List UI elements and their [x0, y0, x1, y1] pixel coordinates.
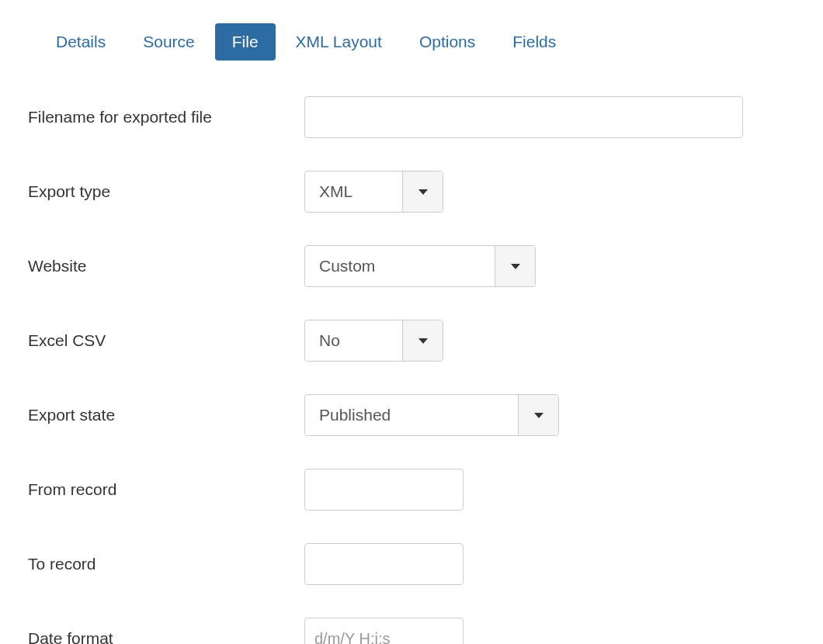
export-type-value: XML: [305, 171, 402, 212]
from-record-input[interactable]: [304, 469, 464, 511]
export-state-value: Published: [305, 395, 518, 435]
caret-down-icon: [418, 338, 428, 344]
filename-input[interactable]: [304, 96, 743, 138]
tab-bar: Details Source File XML Layout Options F…: [39, 23, 795, 61]
export-state-select[interactable]: Published: [304, 394, 559, 436]
website-select[interactable]: Custom: [304, 245, 536, 287]
caret-down-icon: [418, 189, 428, 195]
tab-options[interactable]: Options: [402, 23, 492, 61]
excel-csv-select[interactable]: No: [304, 320, 443, 362]
website-label: Website: [28, 255, 304, 276]
from-record-label: From record: [28, 479, 304, 500]
export-state-dropdown-button[interactable]: [518, 395, 558, 435]
excel-csv-value: No: [305, 320, 402, 361]
website-dropdown-button[interactable]: [495, 246, 535, 286]
tab-fields[interactable]: Fields: [495, 23, 573, 61]
filename-label: Filename for exported file: [28, 106, 304, 127]
website-value: Custom: [305, 246, 495, 286]
tab-details[interactable]: Details: [39, 23, 123, 61]
caret-down-icon: [511, 264, 520, 269]
tab-source[interactable]: Source: [126, 23, 212, 61]
export-type-dropdown-button[interactable]: [402, 171, 443, 212]
to-record-label: To record: [28, 553, 304, 574]
excel-csv-label: Excel CSV: [28, 330, 304, 351]
to-record-input[interactable]: [304, 543, 464, 585]
excel-csv-dropdown-button[interactable]: [402, 320, 443, 361]
tab-xml-layout[interactable]: XML Layout: [279, 23, 399, 61]
export-type-select[interactable]: XML: [304, 171, 443, 213]
date-format-input[interactable]: [304, 618, 464, 644]
export-type-label: Export type: [28, 181, 304, 202]
date-format-label: Date format: [28, 628, 304, 644]
export-state-label: Export state: [28, 404, 304, 425]
tab-file[interactable]: File: [215, 23, 276, 61]
caret-down-icon: [534, 413, 543, 418]
